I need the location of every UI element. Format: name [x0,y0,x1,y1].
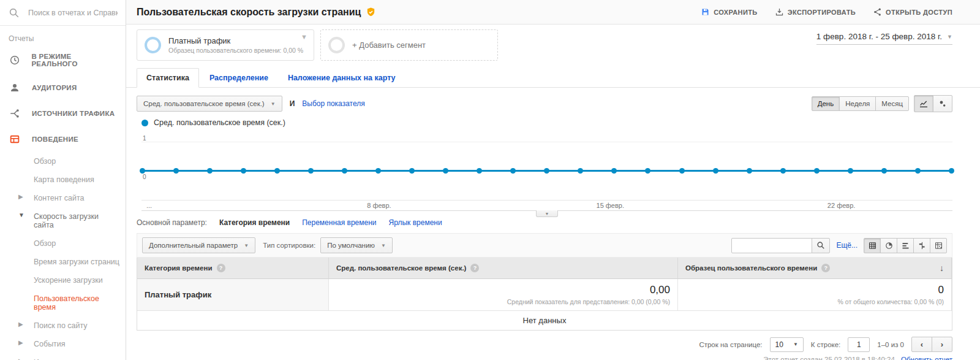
rows-per-page-select[interactable]: 10 ▼ [770,337,804,352]
main-content: Пользовательская скорость загрузки стран… [126,0,980,360]
chart-point[interactable] [274,168,280,174]
sidebar-subitem-behavior-flow[interactable]: Карта поведения [0,170,126,189]
table-search-button[interactable] [812,238,830,253]
goto-row-input[interactable] [848,337,870,352]
chevron-down-icon[interactable]: ▼ [301,33,307,40]
search-input[interactable] [27,8,119,18]
sidebar-subitem-site-speed[interactable]: ▼Скорость загрузки сайта [0,207,126,234]
previous-page-button[interactable]: ‹ [911,337,932,352]
tab-explorer[interactable]: Статистика [137,68,199,88]
segment-card-paid-traffic[interactable]: Платный трафик Образец пользовательского… [137,29,314,61]
granularity-week-button[interactable]: Неделя [839,96,876,111]
chart-point[interactable] [747,168,752,174]
sidebar-subitem-site-content[interactable]: ▶Контент сайта [0,189,126,207]
secondary-dimension-dropdown[interactable]: Дополнительный параметр ▼ [142,237,255,253]
column-header-dimension[interactable]: Категория времени ? [137,258,329,279]
motion-chart-view-button[interactable] [933,95,952,112]
chart-point[interactable] [409,168,415,174]
table-search-input[interactable] [731,238,812,253]
table-row-dimension[interactable]: Платный трафик [137,279,329,310]
clock-icon [9,55,20,66]
chart-point[interactable] [173,168,179,174]
sort-descending-icon[interactable]: ↓ [940,263,944,273]
chart-point[interactable] [342,168,347,174]
dimension-option-timing-variable[interactable]: Переменная времени [302,218,376,227]
expand-arrow-icon: ▶ [18,321,23,327]
sidebar-subitem-page-timings[interactable]: Время загрузки страниц [0,253,126,271]
performance-view-button[interactable] [897,238,914,253]
chevron-right-icon: › [941,340,943,349]
metric-dropdown[interactable]: Сред. пользовательское время (сек.) ▼ [137,96,282,112]
granularity-day-button[interactable]: День [812,96,840,111]
chart-point[interactable] [578,168,583,174]
chart-point[interactable] [477,168,482,174]
sidebar-subitem-user-timings[interactable]: Пользовательское время [0,289,126,316]
pager-buttons: ‹ › [911,337,952,352]
granularity-month-button[interactable]: Месяц [875,96,909,111]
sidebar-item-realtime[interactable]: В РЕЖИМЕ РЕАЛЬНОГО [0,45,126,75]
tab-distribution[interactable]: Распределение [200,69,277,87]
sidebar-subitem-speed-overview[interactable]: Обзор [0,234,126,253]
chart-point[interactable] [611,168,617,174]
pie-chart-icon [884,241,894,250]
save-button[interactable]: СОХРАНИТЬ [701,7,758,17]
dimension-option-timing-label[interactable]: Ярлык времени [389,218,442,227]
report-meta: Этот отчет создан 25.02.2018 в 18:40:24 … [137,356,952,360]
select-metric-link[interactable]: Выбор показателя [302,99,364,108]
pivot-view-button[interactable] [930,238,947,253]
metric-value: 0,00 [336,284,670,296]
percentage-view-button[interactable] [880,238,897,253]
table-view-button[interactable] [864,238,881,253]
sidebar-subitem-site-search[interactable]: ▶Поиск по сайту [0,316,126,335]
sidebar-subitem-events[interactable]: ▶События [0,335,126,353]
help-icon[interactable]: ? [470,264,479,272]
sidebar-item-acquisition[interactable]: ИСТОЧНИКИ ТРАФИКА [0,101,126,126]
sidebar-subitem-overview[interactable]: Обзор [0,152,126,170]
chart-point[interactable] [848,168,853,174]
chart-point[interactable] [645,168,650,174]
traffic-sources-icon [9,108,21,119]
add-segment-button[interactable]: + Добавить сегмент [320,29,498,61]
chart-point[interactable] [375,168,381,174]
tab-map-overlay[interactable]: Наложение данных на карту [279,69,405,87]
date-range-picker[interactable]: 1 февр. 2018 г. - 25 февр. 2018 г. ▼ [816,32,952,45]
help-icon[interactable]: ? [821,264,830,272]
chart-point[interactable] [140,168,145,174]
line-chart-view-button[interactable] [914,95,933,112]
column-header-metric1[interactable]: Сред. пользовательское время (сек.) ? [329,258,678,279]
chart-point[interactable] [713,168,718,174]
column-header-metric2[interactable]: Образец пользовательского времени ? ↓ [678,258,952,279]
chart-point[interactable] [949,168,954,174]
help-icon[interactable]: ? [217,264,225,272]
add-segment-label: + Добавить сегмент [352,40,426,50]
chart-point[interactable] [443,168,448,174]
share-button[interactable]: ОТКРЫТЬ ДОСТУП [873,7,952,17]
chevron-down-icon: ▼ [545,212,549,216]
chart-point[interactable] [241,168,246,174]
chart-point[interactable] [544,168,549,174]
sidebar-item-audience[interactable]: АУДИТОРИЯ [0,75,126,101]
next-page-button[interactable]: › [932,337,952,352]
expand-arrow-icon: ▶ [18,358,23,360]
dimension-option-timing-category[interactable]: Категория времени [219,218,290,227]
refresh-report-link[interactable]: Обновить отчет [901,356,952,360]
sidebar-item-behavior[interactable]: ПОВЕДЕНИЕ [0,126,126,152]
chart-point[interactable] [814,168,820,174]
chart-expand-toggle[interactable]: ▼ [536,210,558,217]
chart-point[interactable] [881,168,887,174]
chart-point[interactable] [780,168,786,174]
chevron-down-icon: ▼ [244,243,249,248]
chart-point[interactable] [207,168,213,174]
sidebar-item-label: В РЕЖИМЕ РЕАЛЬНОГО [31,53,117,67]
sidebar-subitem-publishers[interactable]: ▶Издатели [0,353,126,360]
comparison-view-button[interactable] [913,238,930,253]
chart-point[interactable] [679,168,685,174]
chart-point[interactable] [510,168,516,174]
chart-point[interactable] [308,168,314,174]
table-view-icon [868,241,877,250]
sidebar-subitem-speed-suggestions[interactable]: Ускорение загрузки [0,271,126,289]
advanced-filter-link[interactable]: Ещё... [836,241,858,250]
chart-point[interactable] [915,168,921,174]
export-button[interactable]: ЭКСПОРТИРОВАТЬ [775,7,856,17]
sort-type-dropdown[interactable]: По умолчанию ▼ [320,237,393,253]
